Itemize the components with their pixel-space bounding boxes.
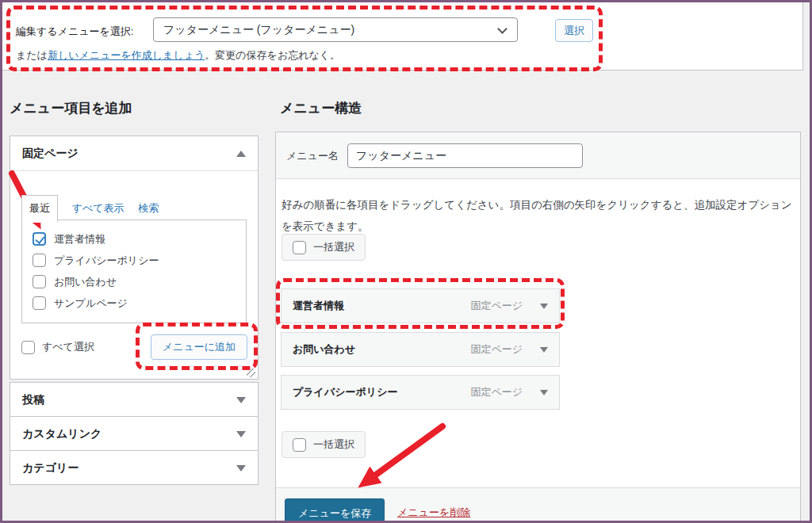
expand-arrow-icon [236, 397, 246, 403]
resize-handle-icon[interactable] [247, 368, 255, 377]
checkbox-icon[interactable] [33, 296, 46, 310]
page-option-row[interactable]: 運営者情報 [22, 228, 246, 250]
menu-item-type: 固定ページ [470, 342, 523, 357]
pages-accordion-title: 固定ページ [22, 147, 79, 161]
expand-arrow-icon [236, 465, 246, 471]
or-suffix: 。変更の保存をお忘れなく。 [205, 49, 340, 61]
bulk-select-bottom[interactable]: 一括選択 [282, 431, 366, 458]
menu-structure-title: メニュー構造 [280, 99, 362, 117]
select-button[interactable]: 選択 [555, 19, 593, 42]
page-option-row[interactable]: サンプルページ [22, 292, 246, 314]
page-option-label: プライバシーポリシー [54, 254, 159, 268]
item-settings-arrow-icon[interactable] [540, 390, 548, 395]
pages-accordion-header[interactable]: 固定ページ [10, 136, 258, 171]
or-prefix: または [16, 49, 48, 61]
select-all-row[interactable]: すべて選択 [21, 340, 94, 354]
add-menu-items-title: メニュー項目を追加 [10, 99, 132, 117]
menu-item-row[interactable]: お問い合わせ 固定ページ [281, 332, 560, 367]
collapse-arrow-icon [236, 151, 246, 157]
menu-item-label: お問い合わせ [293, 342, 470, 357]
delete-menu-link[interactable]: メニューを削除 [397, 506, 470, 520]
item-settings-arrow-icon[interactable] [540, 347, 548, 353]
custom-links-accordion-title: カスタムリンク [22, 427, 102, 441]
pages-accordion-footer: すべて選択 メニューに追加 [21, 334, 247, 360]
manage-menus-bar: 編集するメニューを選択: フッターメニュー (フッターメニュー) 選択 または新… [2, 2, 803, 71]
menu-name-row: メニュー名 [276, 132, 800, 179]
save-menu-button[interactable]: メニューを保存 [285, 498, 385, 523]
posts-accordion-title: 投稿 [22, 393, 44, 407]
pages-checklist: 運営者情報 プライバシーポリシー お問い合わせ サンプルページ [21, 220, 247, 323]
checkbox-icon[interactable] [21, 341, 35, 354]
bulk-select-label: 一括選択 [313, 240, 354, 254]
pages-tabs: 最近 すべて表示 検索 [21, 195, 159, 223]
add-to-menu-button[interactable]: メニューに追加 [151, 334, 247, 360]
page-option-row[interactable]: お問い合わせ [22, 271, 246, 292]
page-option-label: お問い合わせ [54, 275, 117, 289]
menu-item-label: プライバシーポリシー [293, 385, 470, 399]
menu-item-label: 運営者情報 [293, 299, 470, 313]
menu-name-label: メニュー名 [286, 149, 339, 163]
checkbox-icon[interactable] [33, 254, 46, 267]
tab-search[interactable]: 検索 [138, 201, 159, 216]
menu-select[interactable]: フッターメニュー (フッターメニュー) [153, 17, 518, 42]
bulk-select-label: 一括選択 [313, 437, 354, 452]
create-menu-line: または新しいメニューを作成しましょう。変更の保存をお忘れなく。 [16, 48, 340, 63]
tab-view-all[interactable]: すべて表示 [72, 201, 124, 216]
menu-select-value: フッターメニュー (フッターメニュー) [163, 23, 354, 36]
menu-item-row[interactable]: 運営者情報 固定ページ [281, 288, 560, 323]
select-all-label: すべて選択 [42, 340, 94, 354]
tab-most-recent[interactable]: 最近 [21, 195, 58, 223]
page-option-label: 運営者情報 [54, 232, 105, 246]
drag-instructions: 好みの順番に各項目をドラッグしてください。項目の右側の矢印をクリックすると、追加… [282, 194, 792, 237]
pages-accordion: 固定ページ 最近 すべて表示 検索 運営者情報 プライバシーポリシー お問い合わ… [10, 136, 259, 380]
checkbox-icon[interactable] [33, 275, 46, 288]
page-option-row[interactable]: プライバシーポリシー [22, 250, 246, 271]
menu-item-type: 固定ページ [470, 299, 523, 313]
checkbox-icon[interactable] [293, 438, 306, 452]
expand-arrow-icon [236, 431, 246, 437]
wordpress-menu-editor: 編集するメニューを選択: フッターメニュー (フッターメニュー) 選択 または新… [0, 0, 812, 523]
select-menu-label: 編集するメニューを選択: [16, 25, 133, 39]
categories-accordion[interactable]: カテゴリー [10, 450, 259, 485]
checkbox-checked-icon[interactable] [33, 232, 46, 246]
checkbox-icon[interactable] [293, 241, 306, 254]
custom-links-accordion[interactable]: カスタムリンク [10, 416, 259, 451]
menu-item-type: 固定ページ [470, 385, 523, 399]
create-menu-link[interactable]: 新しいメニューを作成しましょう [48, 49, 205, 61]
categories-accordion-title: カテゴリー [22, 461, 79, 475]
page-option-label: サンプルページ [54, 296, 128, 311]
menu-item-row[interactable]: プライバシーポリシー 固定ページ [281, 375, 560, 410]
chevron-down-icon [497, 24, 508, 34]
publishing-actions-footer: メニューを保存 メニューを削除 [276, 487, 800, 523]
menu-name-input[interactable] [347, 143, 583, 168]
menu-structure-panel: メニュー名 好みの順番に各項目をドラッグしてください。項目の右側の矢印をクリック… [275, 132, 801, 523]
posts-accordion[interactable]: 投稿 [10, 382, 259, 417]
bulk-select-top[interactable]: 一括選択 [282, 234, 366, 261]
item-settings-arrow-icon[interactable] [540, 303, 548, 309]
